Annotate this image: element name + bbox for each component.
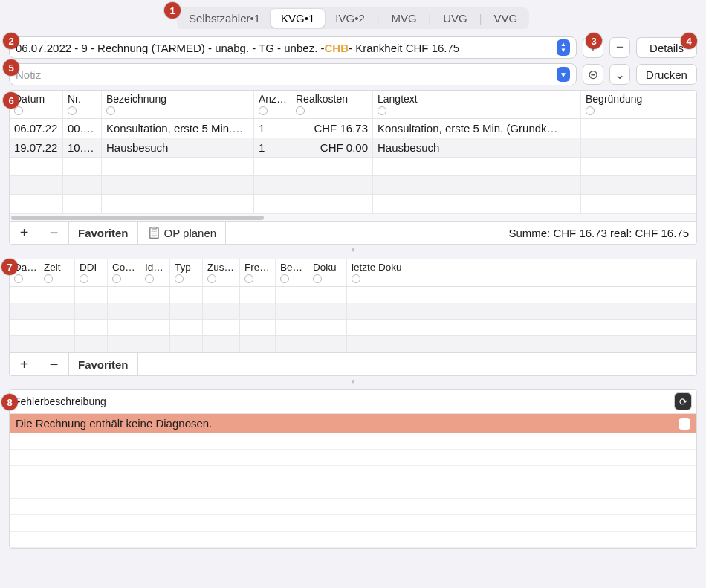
table-row (10, 320, 696, 336)
note-dropdown-icon[interactable]: ▼ (557, 67, 570, 82)
remove-detail-button[interactable]: − (39, 353, 69, 375)
favorites-button[interactable]: Favoriten (69, 222, 138, 244)
cell-datum: 19.07.22 (10, 138, 63, 158)
filter-icon[interactable] (106, 106, 115, 117)
filter-icon[interactable] (80, 274, 88, 285)
col-doku[interactable]: Doku (313, 262, 337, 273)
tab-separator: | (478, 13, 484, 25)
tab-selbstzahler[interactable]: Selbstzahler•1 (178, 9, 271, 28)
invoice-selector[interactable]: 06.07.2022 - 9 - Rechnung (TARMED) - una… (9, 36, 577, 59)
cell-begruendung (581, 119, 697, 138)
invoice-patient-code: CHB (324, 42, 349, 54)
refresh-errors-button[interactable]: ⟳ (674, 392, 692, 410)
col-nr[interactable]: Nr. (68, 93, 81, 105)
error-row (10, 433, 696, 450)
tab-vvg[interactable]: VVG (483, 9, 528, 28)
table-row (10, 287, 696, 303)
table-row (10, 158, 696, 176)
filter-icon[interactable] (586, 106, 595, 117)
stepper-icon[interactable]: ▲▼ (557, 39, 570, 56)
filter-icon[interactable] (244, 274, 253, 285)
col-zus[interactable]: Zus… (207, 262, 234, 273)
tab-separator: | (375, 13, 381, 25)
error-row (10, 515, 696, 532)
cell-datum: 06.07.22 (10, 119, 63, 138)
col-bezeichnung[interactable]: Bezeichnung (106, 93, 166, 105)
filter-icon[interactable] (259, 106, 268, 117)
col-fre[interactable]: Fre… (244, 262, 270, 273)
cell-kosten: CHF 16.73 (291, 119, 373, 138)
col-typ[interactable]: Typ (175, 262, 191, 273)
tab-mvg[interactable]: MVG (380, 9, 427, 28)
services-table: Datum Nr. Bezeichnung Anz… Realkosten La… (9, 90, 697, 245)
recycle-button[interactable]: ⊝ (583, 64, 603, 85)
billing-type-tabs[interactable]: Selbstzahler•1 KVG•1 IVG•2 | MVG | UVG |… (177, 7, 529, 29)
table-row (10, 303, 696, 320)
step-badge-5: 5 (3, 59, 19, 76)
filter-icon[interactable] (14, 274, 23, 285)
favorites-button[interactable]: Favoriten (69, 353, 138, 375)
pane-resize-handle[interactable]: ● (9, 245, 697, 254)
remove-service-button[interactable]: − (39, 222, 69, 244)
add-service-button[interactable]: + (10, 222, 39, 244)
cell-kosten: CHF 0.00 (291, 138, 373, 158)
filter-icon[interactable] (378, 106, 386, 117)
step-badge-6: 6 (3, 92, 19, 109)
error-row (10, 466, 696, 482)
filter-icon[interactable] (280, 274, 289, 285)
cell-bezeichnung: Konsultation, erste 5 Min.… (102, 119, 254, 138)
cell-anzahl: 1 (254, 119, 291, 138)
error-row (10, 499, 696, 515)
details-table: Da… Zeit DDI Co… Id… Typ Zus… Fre… Be… D… (9, 259, 697, 376)
details-table-footer: + − Favoriten (10, 352, 696, 375)
step-badge-3: 3 (586, 33, 602, 49)
tab-uvg[interactable]: UVG (433, 9, 478, 28)
col-ddi[interactable]: DDI (80, 262, 97, 273)
filter-icon[interactable] (44, 274, 53, 285)
horizontal-scrollbar[interactable] (10, 213, 696, 221)
note-placeholder: Notiz (16, 68, 41, 81)
tab-ivg[interactable]: IVG•2 (325, 9, 375, 28)
table-row (10, 176, 696, 195)
filter-icon[interactable] (352, 274, 360, 285)
services-table-header: Datum Nr. Bezeichnung Anz… Realkosten La… (10, 91, 696, 119)
filter-icon[interactable] (175, 274, 184, 285)
cell-anzahl: 1 (254, 138, 291, 158)
plan-op-button[interactable]: OP planen (138, 222, 227, 244)
col-anzahl[interactable]: Anz… (259, 93, 287, 105)
col-co[interactable]: Co… (112, 262, 135, 273)
col-zeit[interactable]: Zeit (44, 262, 61, 273)
add-detail-button[interactable]: + (10, 353, 39, 375)
pane-resize-handle[interactable]: ● (9, 376, 697, 386)
dropdown-button[interactable]: ⌄ (609, 64, 630, 85)
col-langtext[interactable]: Langtext (378, 93, 418, 105)
step-badge-2: 2 (3, 33, 19, 49)
filter-icon[interactable] (313, 274, 322, 285)
filter-icon[interactable] (68, 106, 77, 117)
table-row[interactable]: 19.07.22 10.0… Hausbesuch 1 CHF 0.00 Hau… (10, 138, 696, 158)
filter-icon[interactable] (296, 106, 305, 117)
col-be[interactable]: Be… (280, 262, 302, 273)
error-row (10, 482, 696, 499)
col-realkosten[interactable]: Realkosten (296, 93, 348, 105)
error-checkbox[interactable] (679, 418, 690, 430)
filter-icon[interactable] (145, 274, 154, 285)
table-row[interactable]: 06.07.22 00.0… Konsultation, erste 5 Min… (10, 119, 696, 138)
filter-icon[interactable] (14, 106, 23, 117)
step-badge-7: 7 (1, 259, 18, 275)
col-id[interactable]: Id… (145, 262, 163, 273)
error-row (10, 532, 696, 548)
note-input[interactable]: Notiz ▼ (9, 63, 577, 85)
col-begruendung[interactable]: Begründung (586, 93, 642, 105)
cell-begruendung (581, 138, 697, 158)
print-button[interactable]: Drucken (636, 64, 697, 85)
tab-kvg[interactable]: KVG•1 (271, 9, 325, 28)
table-row (10, 336, 696, 352)
invoice-selector-text-suffix: - Krankheit CHF 16.75 (349, 42, 459, 54)
col-letztedoku[interactable]: letzte Doku (352, 262, 402, 273)
details-table-header: Da… Zeit DDI Co… Id… Typ Zus… Fre… Be… D… (10, 259, 696, 287)
filter-icon[interactable] (112, 274, 121, 285)
remove-invoice-button[interactable]: − (609, 37, 630, 58)
filter-icon[interactable] (207, 274, 216, 285)
error-row[interactable]: Die Rechnung enthält keine Diagnosen. (10, 414, 696, 433)
